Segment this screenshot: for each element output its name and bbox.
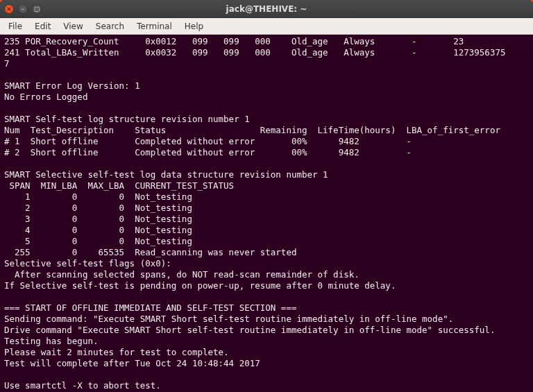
menu-view[interactable]: View bbox=[58, 19, 88, 33]
menu-file[interactable]: File bbox=[3, 19, 28, 33]
terminal-output[interactable]: 235 POR_Recovery_Count 0x0012 099 099 00… bbox=[0, 35, 533, 392]
menu-edit[interactable]: Edit bbox=[29, 19, 56, 33]
maximize-button[interactable]: ▢ bbox=[32, 4, 42, 14]
window-controls: × – ▢ bbox=[4, 4, 42, 14]
terminal-window: × – ▢ jack@THEHIVE: ~ File Edit View Sea… bbox=[0, 0, 533, 392]
menu-help[interactable]: Help bbox=[179, 19, 209, 33]
close-button[interactable]: × bbox=[4, 4, 14, 14]
menu-search[interactable]: Search bbox=[90, 19, 130, 33]
minimize-button[interactable]: – bbox=[18, 4, 28, 14]
titlebar[interactable]: × – ▢ jack@THEHIVE: ~ bbox=[0, 0, 533, 18]
menubar: File Edit View Search Terminal Help bbox=[0, 18, 533, 35]
menu-terminal[interactable]: Terminal bbox=[131, 19, 178, 33]
window-title: jack@THEHIVE: ~ bbox=[0, 4, 533, 14]
